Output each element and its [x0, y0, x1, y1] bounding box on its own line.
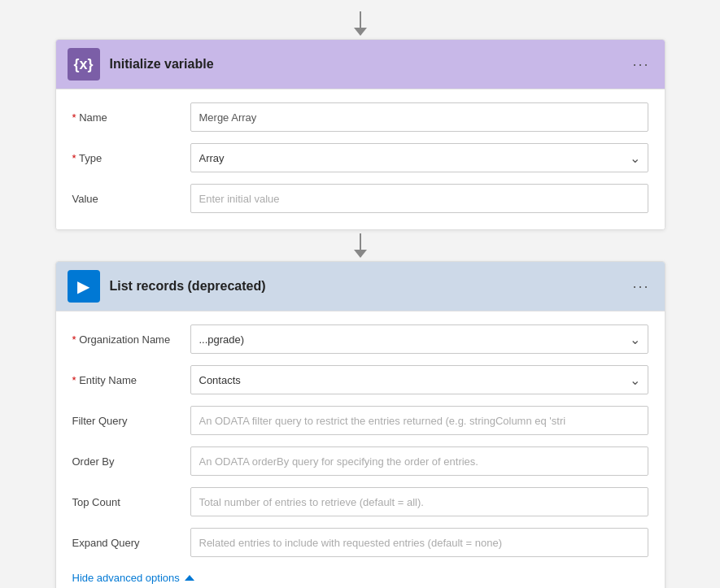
entity-name-select-wrapper: Contacts ⌄	[190, 365, 648, 394]
top-count-row: Top Count	[72, 487, 648, 516]
value-row: Value	[72, 184, 648, 213]
arrow-head-top	[354, 28, 367, 36]
order-by-label: Order By	[72, 455, 190, 468]
top-arrow-connector	[354, 11, 367, 36]
initialize-variable-card: {x} Initialize variable ··· Name Type Ar…	[55, 39, 665, 230]
arrow-line-top	[360, 11, 361, 28]
order-by-row: Order By	[72, 446, 648, 476]
entity-name-row: Entity Name Contacts ⌄	[72, 365, 648, 394]
list-records-body: Organization Name ...pgrade) ⌄ Entity Na…	[56, 311, 665, 588]
order-by-input[interactable]	[190, 446, 648, 476]
hide-advanced-options[interactable]: Hide advanced options	[72, 572, 648, 584]
init-var-icon: {x}	[68, 48, 100, 81]
type-row: Type Array Boolean Float Integer Object …	[72, 143, 648, 172]
org-name-select[interactable]: ...pgrade)	[190, 324, 648, 354]
arrow-line-middle	[360, 233, 361, 250]
top-count-label: Top Count	[72, 496, 190, 508]
name-label: Name	[72, 111, 190, 124]
page-container: {x} Initialize variable ··· Name Type Ar…	[0, 0, 720, 588]
entity-name-select[interactable]: Contacts	[190, 365, 648, 394]
chevron-up-icon	[185, 575, 194, 581]
value-label: Value	[72, 193, 190, 205]
name-input[interactable]	[190, 102, 648, 132]
expand-query-label: Expand Query	[72, 537, 190, 549]
top-count-input[interactable]	[190, 487, 648, 516]
org-name-row: Organization Name ...pgrade) ⌄	[72, 324, 648, 354]
init-var-header: {x} Initialize variable ···	[56, 40, 665, 89]
filter-query-input[interactable]	[190, 406, 648, 435]
init-var-icon-label: {x}	[73, 56, 93, 73]
filter-query-row: Filter Query	[72, 406, 648, 435]
init-var-title: Initialize variable	[110, 57, 630, 72]
list-records-menu[interactable]: ···	[629, 275, 652, 298]
filter-query-label: Filter Query	[72, 415, 190, 427]
list-records-icon: ▶	[68, 270, 100, 303]
org-name-label: Organization Name	[72, 333, 190, 346]
expand-query-row: Expand Query	[72, 528, 648, 557]
expand-query-input[interactable]	[190, 528, 648, 557]
type-label: Type	[72, 152, 190, 164]
list-records-card: ▶ List records (deprecated) ··· Organiza…	[55, 261, 665, 588]
hide-advanced-label: Hide advanced options	[72, 572, 180, 584]
value-input[interactable]	[190, 184, 648, 213]
type-select[interactable]: Array Boolean Float Integer Object Strin…	[190, 143, 648, 172]
entity-name-label: Entity Name	[72, 374, 190, 386]
list-records-title: List records (deprecated)	[110, 279, 630, 294]
arrow-head-middle	[354, 250, 367, 258]
middle-arrow-connector	[354, 233, 367, 258]
init-var-body: Name Type Array Boolean Float Integer Ob…	[56, 89, 665, 229]
name-row: Name	[72, 102, 648, 132]
org-name-select-wrapper: ...pgrade) ⌄	[190, 324, 648, 354]
type-select-wrapper: Array Boolean Float Integer Object Strin…	[190, 143, 648, 172]
list-records-icon-label: ▶	[77, 277, 89, 296]
list-records-header: ▶ List records (deprecated) ···	[56, 262, 665, 311]
init-var-menu[interactable]: ···	[629, 53, 652, 76]
